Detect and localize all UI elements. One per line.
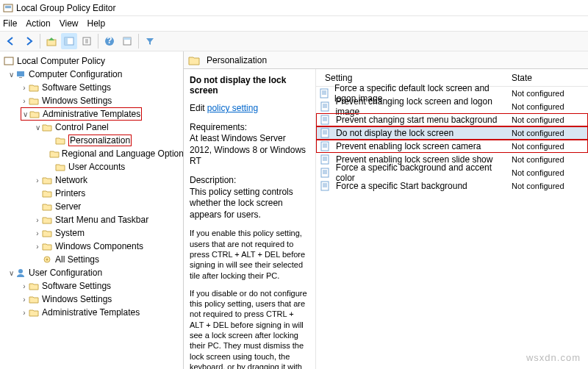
expand-icon[interactable]: › bbox=[34, 229, 41, 237]
setting-row[interactable]: Prevent enabling lock screen cameraNot c… bbox=[316, 140, 588, 153]
setting-row[interactable]: Force a specific background and accent c… bbox=[316, 166, 588, 179]
export-button[interactable] bbox=[79, 33, 95, 49]
setting-state: Not configured bbox=[512, 129, 585, 137]
expand-icon[interactable]: › bbox=[21, 97, 28, 105]
collapse-icon[interactable]: ∨ bbox=[7, 269, 15, 277]
menu-view[interactable]: View bbox=[60, 18, 79, 29]
setting-row[interactable]: Force a specific Start backgroundNot con… bbox=[316, 179, 588, 193]
folder-icon bbox=[41, 201, 53, 212]
svg-rect-12 bbox=[17, 71, 24, 76]
menu-help[interactable]: Help bbox=[87, 18, 106, 29]
tree-label: Printers bbox=[55, 188, 85, 198]
show-hide-tree-button[interactable] bbox=[61, 33, 77, 49]
setting-name: Prevent changing start menu background bbox=[336, 115, 497, 125]
selected-title: Do not display the lock screen bbox=[190, 75, 309, 96]
tree-u-software[interactable]: ›Software Settings bbox=[0, 279, 183, 293]
setting-state: Not configured bbox=[512, 89, 585, 98]
forward-button[interactable] bbox=[21, 33, 37, 49]
up-button[interactable] bbox=[43, 33, 60, 49]
folder-icon bbox=[28, 293, 40, 305]
folder-icon bbox=[49, 148, 60, 160]
col-state[interactable]: State bbox=[512, 73, 585, 83]
setting-row[interactable]: Prevent changing start menu backgroundNo… bbox=[316, 113, 588, 126]
back-button[interactable] bbox=[3, 33, 19, 49]
col-setting[interactable]: Setting bbox=[319, 73, 512, 83]
svg-rect-24 bbox=[321, 182, 329, 190]
help-button[interactable]: ? bbox=[101, 33, 118, 49]
edit-label: Edit bbox=[190, 103, 205, 113]
toolbar: ? bbox=[0, 31, 588, 51]
tree-admin-templates[interactable]: ∨Administrative Templates bbox=[21, 107, 142, 121]
expand-icon[interactable]: › bbox=[21, 295, 28, 304]
policy-item-icon bbox=[319, 180, 331, 192]
folder-open-icon bbox=[188, 54, 200, 66]
expand-icon[interactable]: › bbox=[21, 84, 28, 92]
expand-icon[interactable]: › bbox=[21, 282, 28, 290]
tree-label: Network bbox=[55, 175, 87, 185]
settings-icon bbox=[41, 254, 53, 265]
tree-server[interactable]: ·Server bbox=[0, 200, 183, 213]
tree-root[interactable]: Local Computer Policy bbox=[0, 54, 183, 68]
properties-button[interactable] bbox=[119, 33, 135, 49]
edit-policy-link[interactable]: policy setting bbox=[207, 103, 258, 113]
tree-user-accounts[interactable]: ·User Accounts bbox=[0, 160, 183, 173]
filter-button[interactable] bbox=[142, 33, 158, 49]
tree-start-menu[interactable]: ›Start Menu and Taskbar bbox=[0, 213, 183, 226]
svg-point-16 bbox=[18, 269, 23, 273]
tree-u-windows[interactable]: ›Windows Settings bbox=[0, 293, 183, 306]
svg-rect-11 bbox=[4, 57, 13, 65]
tree-computer-config[interactable]: ∨ Computer Configuration bbox=[0, 68, 183, 81]
tree-windows-settings[interactable]: ›Windows Settings bbox=[0, 94, 183, 107]
expand-icon[interactable]: › bbox=[34, 243, 41, 251]
tree-label: Windows Settings bbox=[42, 96, 112, 106]
collapse-icon[interactable]: ∨ bbox=[34, 123, 41, 132]
collapse-icon[interactable]: ∨ bbox=[7, 71, 15, 79]
toolbar-divider bbox=[138, 34, 139, 49]
folder-icon bbox=[28, 95, 40, 107]
tree-label: All Settings bbox=[55, 254, 99, 265]
svg-rect-2 bbox=[5, 7, 11, 8]
tree-personalization[interactable]: ·Personalization bbox=[0, 134, 183, 147]
title-bar: Local Group Policy Editor bbox=[0, 0, 588, 16]
tree-windows-components[interactable]: ›Windows Components bbox=[0, 240, 183, 253]
menu-file[interactable]: File bbox=[3, 18, 17, 29]
tree-system[interactable]: ›System bbox=[0, 226, 183, 240]
tree-label: System bbox=[55, 228, 85, 238]
tree-panel[interactable]: Local Computer Policy ∨ Computer Configu… bbox=[0, 51, 184, 369]
setting-state: Not configured bbox=[512, 102, 585, 111]
main-area: Local Computer Policy ∨ Computer Configu… bbox=[0, 51, 588, 369]
tree-regional[interactable]: ·Regional and Language Options bbox=[0, 147, 183, 160]
tree-user-config[interactable]: ∨User Configuration bbox=[0, 266, 183, 279]
setting-row[interactable]: Prevent changing lock screen and logon i… bbox=[316, 100, 588, 113]
setting-state: Not configured bbox=[512, 182, 585, 190]
collapse-icon[interactable]: ∨ bbox=[21, 110, 29, 118]
tree-control-panel[interactable]: ∨Control Panel bbox=[0, 121, 183, 134]
description-text: This policy setting controls whether the… bbox=[190, 187, 293, 220]
menu-action[interactable]: Action bbox=[26, 18, 50, 29]
folder-icon bbox=[28, 82, 40, 93]
tree-printers[interactable]: ·Printers bbox=[0, 187, 183, 200]
tree-u-admin[interactable]: ›Administrative Templates bbox=[0, 306, 183, 319]
svg-rect-13 bbox=[19, 77, 22, 78]
folder-icon bbox=[41, 187, 53, 199]
expand-icon[interactable]: › bbox=[21, 309, 28, 317]
expand-icon[interactable]: › bbox=[34, 216, 41, 224]
tree-label: Software Settings bbox=[42, 82, 111, 93]
folder-icon bbox=[41, 174, 53, 186]
svg-rect-23 bbox=[321, 168, 329, 177]
description-heading: Description: bbox=[190, 175, 236, 185]
tree-label: Start Menu and Taskbar bbox=[55, 215, 148, 225]
toolbar-divider bbox=[98, 34, 98, 49]
menu-bar: File Action View Help bbox=[0, 16, 588, 31]
tree-software-settings[interactable]: ›Software Settings bbox=[0, 81, 183, 94]
svg-rect-21 bbox=[321, 142, 329, 151]
setting-row[interactable]: Do not display the lock screenNot config… bbox=[316, 126, 588, 140]
tree-network[interactable]: ›Network bbox=[0, 173, 183, 187]
svg-rect-10 bbox=[123, 37, 131, 40]
expand-icon[interactable]: › bbox=[34, 176, 41, 184]
settings-list[interactable]: Setting State Force a specific default l… bbox=[316, 69, 588, 369]
setting-name: Force a specific Start background bbox=[336, 181, 467, 191]
svg-rect-18 bbox=[321, 102, 329, 111]
tree-label: Computer Configuration bbox=[29, 69, 122, 79]
tree-all-settings[interactable]: ·All Settings bbox=[0, 253, 183, 266]
